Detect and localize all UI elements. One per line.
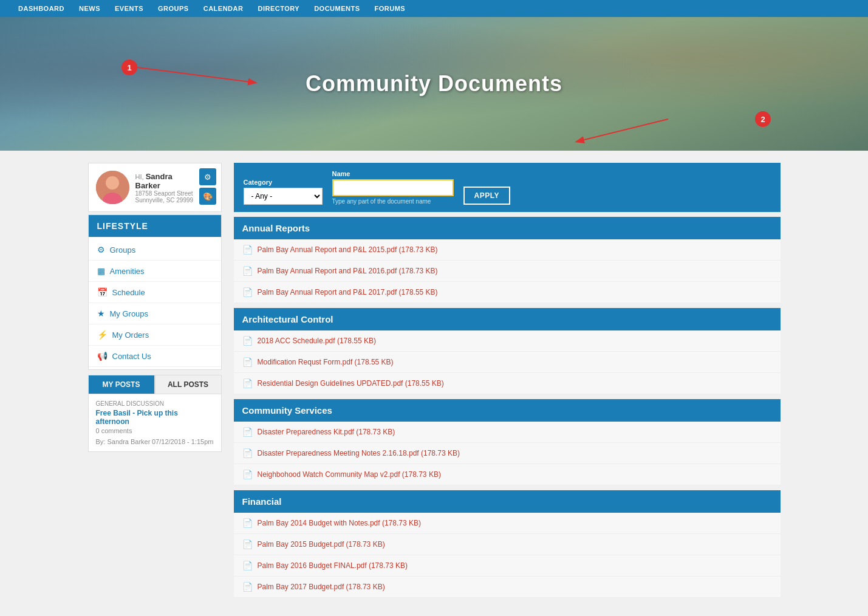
lifestyle-header: LIFESTYLE — [89, 215, 221, 237]
nav-dashboard[interactable]: DASHBOARD — [18, 5, 64, 12]
nav-item-groups[interactable]: ⚙ Groups — [89, 239, 221, 261]
settings-button[interactable]: ⚙ — [199, 168, 216, 185]
annotation-1: 1 — [121, 60, 137, 75]
doc-item: 📄Palm Bay 2016 Budget FINAL.pdf (178.73 … — [234, 555, 781, 577]
pdf-icon: 📄 — [242, 539, 253, 549]
doc-section-annual-reports: Annual Reports📄Palm Bay Annual Report an… — [234, 217, 781, 303]
pdf-icon: 📄 — [242, 427, 253, 437]
right-content: Category - Any - Name Type any part of t… — [234, 163, 781, 603]
nav-news[interactable]: NEWS — [79, 5, 100, 12]
my-orders-label: My Orders — [112, 330, 149, 340]
post-content: GENERAL DISCUSSION Free Basil - Pick up … — [88, 394, 222, 452]
sidebar: HI, SandraBarker 18758 Seaport Street Su… — [88, 163, 222, 603]
palette-button[interactable]: 🎨 — [199, 188, 216, 205]
profile-city: Sunnyville, SC 29999 — [135, 197, 194, 204]
doc-link[interactable]: Palm Bay Annual Report and P&L 2016.pdf … — [258, 267, 438, 275]
pdf-icon: 📄 — [242, 266, 253, 276]
all-posts-tab[interactable]: ALL POSTS — [155, 375, 222, 394]
name-filter-group: Name Type any part of the document name — [332, 170, 454, 205]
apply-button[interactable]: APPLY — [463, 187, 510, 205]
pdf-icon: 📄 — [242, 518, 253, 528]
my-groups-label: My Groups — [110, 309, 149, 318]
schedule-icon: 📅 — [97, 287, 108, 297]
star-icon: ★ — [97, 309, 105, 318]
doc-item: 📄Modification Requst Form.pdf (178.55 KB… — [234, 352, 781, 373]
groups-label: Groups — [110, 245, 136, 255]
doc-item: 📄Neighbohood Watch Community Map v2.pdf … — [234, 464, 781, 485]
doc-section-header: Community Services — [234, 399, 781, 422]
doc-link[interactable]: Palm Bay Annual Report and P&L 2015.pdf … — [258, 245, 438, 254]
filter-bar: Category - Any - Name Type any part of t… — [234, 163, 781, 212]
doc-link[interactable]: Palm Bay Annual Report and P&L 2017.pdf … — [258, 288, 438, 296]
nav-item-schedule[interactable]: 📅 Schedule — [89, 282, 221, 303]
lifestyle-section: LIFESTYLE ⚙ Groups ▦ Amenities 📅 Schedul… — [88, 214, 222, 370]
doc-item: 📄Disaster Preparedness Meeting Notes 2.1… — [234, 443, 781, 464]
page-title: Community Documents — [306, 71, 562, 97]
doc-link[interactable]: Modification Requst Form.pdf (178.55 KB) — [258, 358, 394, 366]
doc-link[interactable]: Palm Bay 2015 Budget.pdf (178.73 KB) — [258, 540, 385, 549]
nav-calendar[interactable]: CALENDAR — [203, 5, 244, 12]
doc-section-header: Financial — [234, 490, 781, 513]
category-select[interactable]: - Any - — [244, 188, 323, 205]
nav-groups[interactable]: GROUPS — [158, 5, 189, 12]
contact-us-label: Contact Us — [112, 352, 151, 361]
doc-section-community-services: Community Services📄Disaster Preparedness… — [234, 399, 781, 485]
orders-icon: ⚡ — [97, 330, 108, 340]
doc-link[interactable]: 2018 ACC Schedule.pdf (178.55 KB) — [258, 337, 376, 345]
doc-item: 📄Palm Bay 2017 Budget.pdf (178.73 KB) — [234, 577, 781, 598]
doc-item: 📄2018 ACC Schedule.pdf (178.55 KB) — [234, 330, 781, 352]
post-comments: 0 comments — [96, 427, 214, 434]
nav-events[interactable]: EVENTS — [115, 5, 143, 12]
pdf-icon: 📄 — [242, 448, 253, 458]
my-posts-tab[interactable]: MY POSTS — [88, 375, 155, 394]
name-hint: Type any part of the document name — [332, 198, 454, 205]
nav-directory[interactable]: DIRECTORY — [258, 5, 299, 12]
pdf-icon: 📄 — [242, 245, 253, 255]
doc-item: 📄Palm Bay Annual Report and P&L 2017.pdf… — [234, 282, 781, 303]
doc-item: 📄Residential Design Guidelines UPDATED.p… — [234, 373, 781, 394]
post-title[interactable]: Free Basil - Pick up this afternoon — [96, 409, 214, 426]
pdf-icon: 📄 — [242, 357, 253, 367]
doc-link[interactable]: Residential Design Guidelines UPDATED.pd… — [258, 379, 444, 388]
groups-icon: ⚙ — [97, 245, 105, 255]
pdf-icon: 📄 — [242, 470, 253, 479]
nav-item-amenities[interactable]: ▦ Amenities — [89, 261, 221, 282]
name-input[interactable] — [332, 179, 454, 196]
nav-documents[interactable]: DOCUMENTS — [314, 5, 360, 12]
nav-item-my-groups[interactable]: ★ My Groups — [89, 303, 221, 324]
pdf-icon: 📄 — [242, 582, 253, 592]
doc-section-header: Annual Reports — [234, 217, 781, 239]
name-label: Name — [332, 170, 454, 177]
post-date: 07/12/2018 - 1:15pm — [152, 438, 214, 445]
doc-item: 📄Palm Bay Annual Report and P&L 2015.pdf… — [234, 239, 781, 261]
posts-tabs: MY POSTS ALL POSTS — [88, 375, 222, 394]
profile-actions: ⚙ 🎨 — [199, 168, 216, 205]
profile-card: HI, SandraBarker 18758 Seaport Street Su… — [88, 163, 222, 212]
main-content: HI, SandraBarker 18758 Seaport Street Su… — [39, 151, 829, 615]
nav-forums[interactable]: FORUMS — [375, 5, 406, 12]
annotation-2: 2 — [755, 111, 771, 127]
doc-item: 📄Palm Bay 2014 Budget with Notes.pdf (17… — [234, 513, 781, 534]
category-filter-group: Category - Any - — [244, 179, 323, 205]
document-sections: Annual Reports📄Palm Bay Annual Report an… — [234, 217, 781, 598]
doc-link[interactable]: Palm Bay 2014 Budget with Notes.pdf (178… — [258, 519, 422, 527]
hero-section: 1 2 Community Documents — [0, 17, 868, 151]
top-navigation: DASHBOARD NEWS EVENTS GROUPS CALENDAR DI… — [0, 0, 868, 17]
nav-item-my-orders[interactable]: ⚡ My Orders — [89, 324, 221, 346]
pdf-icon: 📄 — [242, 336, 253, 346]
amenities-label: Amenities — [110, 267, 145, 276]
post-meta: By: Sandra Barker 07/12/2018 - 1:15pm — [96, 438, 214, 445]
post-author: By: Sandra Barker — [96, 438, 151, 445]
doc-link[interactable]: Disaster Preparedness Meeting Notes 2.16… — [258, 449, 460, 457]
nav-item-contact-us[interactable]: 📢 Contact Us — [89, 346, 221, 367]
avatar — [96, 171, 129, 204]
doc-section-financial: Financial📄Palm Bay 2014 Budget with Note… — [234, 490, 781, 598]
doc-link[interactable]: Disaster Preparedness Kit.pdf (178.73 KB… — [258, 428, 395, 436]
doc-link[interactable]: Palm Bay 2016 Budget FINAL.pdf (178.73 K… — [258, 561, 408, 570]
doc-section-architectural-control: Architectural Control📄2018 ACC Schedule.… — [234, 308, 781, 394]
doc-link[interactable]: Palm Bay 2017 Budget.pdf (178.73 KB) — [258, 583, 385, 591]
lifestyle-nav: ⚙ Groups ▦ Amenities 📅 Schedule ★ My Gro… — [89, 237, 221, 369]
doc-link[interactable]: Neighbohood Watch Community Map v2.pdf (… — [258, 470, 441, 479]
post-category: GENERAL DISCUSSION — [96, 400, 214, 407]
pdf-icon: 📄 — [242, 378, 253, 388]
